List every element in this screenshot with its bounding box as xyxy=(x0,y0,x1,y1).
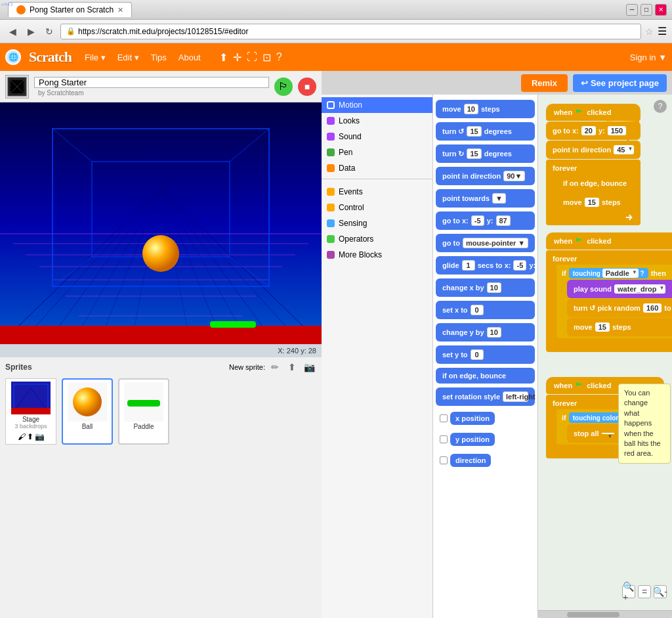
tab-close-button[interactable]: ✕ xyxy=(117,6,123,14)
category-motion-label: Motion xyxy=(339,100,362,110)
see-project-button[interactable]: ↩ See project page xyxy=(573,74,667,92)
scrollbar-thumb[interactable] xyxy=(567,612,620,617)
paint-backdrop-btn[interactable]: 🖌 xyxy=(18,432,26,441)
turn-random-block[interactable]: turn ↺ pick random 160 to 200 degre xyxy=(567,299,672,317)
block-glide[interactable]: glide 1 secs to x: -5 y: 87 xyxy=(436,256,535,275)
block-goto-mouse[interactable]: go to mouse-pointer ▼ xyxy=(436,234,535,252)
camera-sprite-button[interactable]: 📷 xyxy=(302,360,316,374)
upload-sprite-button[interactable]: ⬆ xyxy=(285,360,299,374)
draw-sprite-button[interactable]: ✏ xyxy=(268,360,282,374)
close-button[interactable]: ✕ xyxy=(655,4,667,16)
play-sound-block[interactable]: play sound water_drop xyxy=(567,280,672,298)
block-set-y[interactable]: set y to 0 xyxy=(436,345,535,364)
x-position-check[interactable] xyxy=(440,414,448,422)
category-more-blocks[interactable]: More Blocks xyxy=(322,247,432,263)
category-sensing[interactable]: Sensing xyxy=(322,215,432,231)
scratch-nav: File ▾ Edit ▾ Tips About xyxy=(79,50,206,65)
direction-check[interactable] xyxy=(440,456,448,464)
category-data[interactable]: Data xyxy=(322,160,432,176)
block-y-position-checkbox[interactable]: y position xyxy=(436,431,535,448)
block-x-position-checkbox[interactable]: x position xyxy=(436,410,535,427)
zoom-reset-button[interactable]: = xyxy=(638,585,651,598)
project-name-input[interactable] xyxy=(34,77,269,88)
reload-button[interactable]: ↻ xyxy=(42,24,56,39)
menu-icon[interactable]: ☰ xyxy=(658,25,667,37)
edge-bounce-block-1[interactable]: if on edge, bounce xyxy=(556,174,638,192)
motion-dot xyxy=(327,101,335,109)
block-change-y[interactable]: change y by 10 xyxy=(436,323,535,342)
upload-icon[interactable]: ⬆ xyxy=(219,51,228,64)
compress-icon[interactable]: ⊡ xyxy=(262,51,271,64)
point-direction-block[interactable]: point in direction 45 xyxy=(546,141,640,159)
category-looks[interactable]: Looks xyxy=(322,113,432,129)
upload-backdrop-btn[interactable]: ⬆ xyxy=(27,432,33,441)
paddle-sprite-item[interactable]: Paddle xyxy=(118,378,169,445)
block-move-steps[interactable]: move 10 steps xyxy=(436,100,535,118)
nav-about[interactable]: About xyxy=(173,50,206,65)
if-header: if touching Paddle ? then xyxy=(556,267,672,280)
block-turn-ccw[interactable]: turn ↺ 15 degrees xyxy=(436,122,535,141)
new-sprite-controls: New sprite: ✏ ⬆ 📷 xyxy=(229,360,316,374)
svg-point-34 xyxy=(142,235,179,272)
nav-edit[interactable]: Edit ▾ xyxy=(112,50,144,65)
category-operators[interactable]: Operators xyxy=(322,231,432,247)
green-flag-button[interactable]: 🏳 xyxy=(274,77,293,96)
block-point-direction[interactable]: point in direction 90▼ xyxy=(436,167,535,185)
version-badge: v443 xyxy=(1,1,12,7)
language-icon[interactable]: 🌐 xyxy=(5,49,21,65)
scratch-logo[interactable]: Scratch xyxy=(29,49,72,66)
block-rotation-style[interactable]: set rotation style left-right ▼ xyxy=(436,387,535,406)
stage-x-coord: X: 240 xyxy=(278,347,299,355)
sign-in-button[interactable]: Sign in ▼ xyxy=(630,53,667,62)
goto-block[interactable]: go to x: 20 y: 150 xyxy=(546,121,640,140)
hat-block-1[interactable]: when clicked xyxy=(546,104,640,121)
sprites-title: Sprites xyxy=(5,363,32,372)
move-steps-block-2[interactable]: move 15 steps xyxy=(567,318,672,336)
category-events[interactable]: Events xyxy=(322,184,432,200)
maximize-button[interactable]: □ xyxy=(640,4,652,16)
block-direction-checkbox[interactable]: direction xyxy=(436,452,535,469)
category-pen[interactable]: Pen xyxy=(322,144,432,160)
block-goto-xy[interactable]: go to x: -5 y: 87 xyxy=(436,211,535,230)
category-motion[interactable]: Motion xyxy=(322,97,432,113)
y-position-check[interactable] xyxy=(440,435,448,443)
back-button[interactable]: ◀ xyxy=(5,24,20,39)
zoom-out-button[interactable]: 🔍- xyxy=(654,585,667,598)
help-button[interactable]: ? xyxy=(654,100,667,113)
forever-block-2[interactable]: forever if touching Paddle ? then play s… xyxy=(546,250,672,352)
if-block[interactable]: if touching Paddle ? then play sound wat… xyxy=(556,265,672,338)
horizontal-scrollbar[interactable] xyxy=(538,610,672,618)
stage-sprite-item[interactable]: Stage 3 backdrops 🖌 ⬆ 📷 xyxy=(5,378,56,445)
forward-button[interactable]: ▶ xyxy=(24,24,38,39)
camera-backdrop-btn[interactable]: 📷 xyxy=(35,432,45,441)
block-x-position[interactable]: x position xyxy=(450,412,495,425)
category-sound[interactable]: Sound xyxy=(322,129,432,144)
bookmark-icon[interactable]: ☆ xyxy=(645,26,654,37)
hat-block-2[interactable]: when clicked xyxy=(546,232,672,250)
forever-block-1[interactable]: forever if on edge, bounce move 15 steps xyxy=(546,160,640,225)
block-y-position[interactable]: y position xyxy=(450,433,495,446)
block-point-towards[interactable]: point towards ▼ xyxy=(436,189,535,208)
forever-inner-1: if on edge, bounce move 15 steps xyxy=(556,174,638,223)
block-turn-cw[interactable]: turn ↻ 15 degrees xyxy=(436,144,535,163)
nav-tips[interactable]: Tips xyxy=(146,50,172,65)
add-icon[interactable]: ✛ xyxy=(233,51,242,64)
minimize-button[interactable]: ─ xyxy=(626,4,638,16)
browser-tab[interactable]: Pong Starter on Scratch ✕ xyxy=(8,2,132,17)
move-steps-block-1[interactable]: move 15 steps xyxy=(556,193,638,211)
block-set-x[interactable]: set x to 0 xyxy=(436,301,535,319)
browser-toolbar: ◀ ▶ ↻ 🔒 https://scratch.mit.edu/projects… xyxy=(0,20,672,43)
nav-file[interactable]: File ▾ xyxy=(79,50,111,65)
stop-button[interactable]: ■ xyxy=(298,77,316,96)
address-bar[interactable]: 🔒 https://scratch.mit.edu/projects/10128… xyxy=(60,24,641,39)
block-change-x[interactable]: change x by 10 xyxy=(436,278,535,297)
block-edge-bounce[interactable]: if on edge, bounce xyxy=(436,368,535,384)
ball-sprite-item[interactable]: Ball xyxy=(62,378,113,445)
fullscreen-icon[interactable]: ⛶ xyxy=(247,51,257,64)
remix-button[interactable]: Remix xyxy=(521,74,568,92)
action-bar: Remix ↩ See project page xyxy=(322,71,672,95)
zoom-in-button[interactable]: 🔍+ xyxy=(622,585,635,598)
help-icon[interactable]: ? xyxy=(276,51,282,64)
block-direction[interactable]: direction xyxy=(450,454,491,467)
category-control[interactable]: Control xyxy=(322,200,432,215)
